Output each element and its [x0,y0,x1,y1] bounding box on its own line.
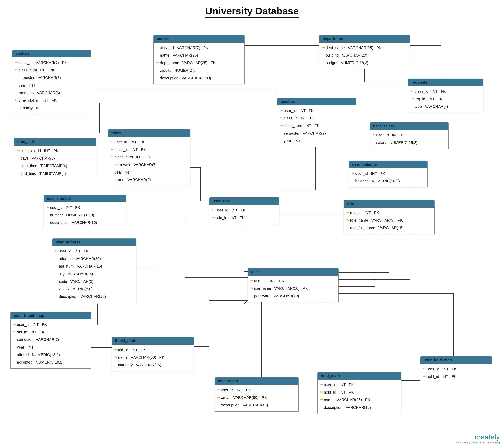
column-type: VARCHAR(25) [65,271,93,277]
entity-course[interactable]: courseclass_idVARCHAR(7)PKnameVARCHAR(25… [153,35,245,84]
link-user_number-user [126,219,248,278]
column-type: NUMERIC(18,2) [337,60,368,66]
foreign-key-icon [212,209,215,212]
column-role-role_name: role_nameVARCHAR(3)PK [344,216,434,224]
column-section-time_slot_id: time_slot_idINTFK [12,97,91,104]
column-department-budget: budgetNUMERIC(18,2) [319,59,410,67]
entity-requisite[interactable]: requisiteclass_idINTFKreq_idINTFKtypeVAR… [408,78,484,113]
column-name: accepted [17,359,33,365]
entity-department[interactable]: departmentdept_nameVARCHAR(25)PKbuilding… [319,35,410,69]
entity-hold_main[interactable]: hold_mainuser_idINTFKhold_idINTPKnameVAR… [317,372,401,414]
entity-section[interactable]: sectionclass_idVARCHAR(7)FKclass_numINTP… [12,50,91,114]
entity-user_email[interactable]: user_emailuser_idINTFKemailVARCHAR(50)PK… [215,377,299,411]
primary-key-icon [250,287,253,290]
column-name: description [50,219,69,226]
entity-user_address[interactable]: user_addressuser_idINTFKaddressVARCHAR(8… [52,238,136,303]
column-name: apt_num [59,263,74,269]
column-user_finaid_map-year: yearINT [11,343,91,351]
column-keytype: PK [371,210,379,216]
foreign-key-icon [13,330,16,334]
entity-user_finaid_map[interactable]: user_finaid_mapuser_idINTFKaid_idINTFKse… [10,312,91,369]
column-type: INT [361,210,371,216]
column-type: VARCHAR(15) [239,402,268,408]
column-name: email [221,394,230,401]
foreign-key-icon [55,250,58,253]
foreign-key-icon [13,323,16,326]
entity-user[interactable]: useruser_idINTPKusernameVARCHAR(16)PKpas… [248,268,339,302]
entity-user_hold_map[interactable]: user_hold_mapuser_idINTFKhold_idINTFK [420,356,492,383]
entity-teaches[interactable]: teachesuser_idINTFKclass_idINTFKclass_nu… [277,98,356,147]
column-takes-semester: semesterVARCHAR(7) [108,161,190,169]
column-type: INT [298,115,307,121]
entity-time_slot[interactable]: time_slottime_slot_idINTPKdaysVARCHAR(8)… [14,138,96,180]
column-course-class_id: class_idVARCHAR(7)PK [154,44,244,52]
column-name: req_id [414,96,425,102]
column-user_address-state: stateVARCHAR(2) [53,278,136,285]
column-finaid_main-name: nameVARCHAR(50)PK [112,354,194,361]
column-type: INT [228,207,237,213]
column-name: number [50,212,63,218]
column-type: NUMERIC(18,2) [369,178,400,184]
link-user_role-user [244,224,248,272]
column-name: building [325,52,339,58]
entity-header: requisite [408,79,483,86]
column-hold_main-hold_id: hold_idINTPK [318,389,401,396]
column-type: INT [33,105,42,111]
foreign-key-icon [217,389,220,392]
column-keytype: FK [435,96,443,102]
column-type: VARCHAR(7) [130,162,157,168]
entity-finaid_main[interactable]: finaid_mainaid_idINTPKnameVARCHAR(50)PKc… [112,337,194,371]
foreign-key-icon [111,140,114,144]
entity-takes[interactable]: takesuser_idINTFKclass_idINTFKclass_numI… [108,129,190,186]
column-hold_main-user_id: user_idINTFK [318,381,401,389]
column-type: INT [389,132,398,138]
column-name: hold_id [427,373,439,380]
column-name: class_id [115,147,128,153]
column-keytype: PK [395,217,403,223]
svg-point-8 [111,141,112,142]
column-keytype: PK [200,45,208,51]
entity-user_balance[interactable]: user_balanceuser_idINTFKbalanceNUMERIC(1… [349,161,428,187]
svg-point-5 [411,91,412,91]
column-user_address-user_id: user_idINTFK [53,247,136,255]
column-type: VARCHAR(15) [375,225,404,231]
entity-header: user_finaid_map [11,312,91,319]
column-name: budget [325,60,337,66]
column-type: NUMERIC(5 [171,67,196,74]
entity-header: user [248,268,339,276]
column-name: user_id [284,108,296,114]
column-user_email-user_id: user_idINTFK [215,386,298,394]
entity-header: finaid_main [112,337,194,345]
foreign-key-icon [111,148,114,151]
column-name: balance [355,178,369,184]
column-name: role_id [216,214,227,221]
svg-point-11 [280,110,281,110]
svg-point-22 [251,280,251,281]
column-name: name [324,397,333,403]
column-type: INT [234,387,243,393]
column-type: VARCHAR(25) [179,60,208,66]
column-finaid_main-category: categoryVARCHAR(15) [112,361,194,369]
foreign-key-icon [280,124,283,127]
column-requisite-class_id: class_idINTFK [408,88,483,95]
column-name: zip [59,286,64,292]
entity-user_number[interactable]: user_numberuser_idINTFKnumberNUMERIC(15,… [44,195,126,229]
entity-user_role[interactable]: user_roleuser_idINTFKrole_idINTFK [209,197,279,224]
entity-header: takes [108,129,190,137]
entity-role[interactable]: rolerole_idINTPKrole_nameVARCHAR(3)PKrol… [343,200,435,234]
svg-point-18 [212,217,213,217]
column-type: INT [336,382,346,388]
entity-user_salary[interactable]: user_salaryuser_idINTFKsalaryNUMERIC(18,… [370,122,449,149]
column-type: INT [302,123,311,129]
svg-point-9 [111,149,112,149]
column-keytype: FK [438,88,446,95]
column-user_email-description: descriptionVARCHAR(15) [215,401,298,409]
column-time_slot-start_time: start_timeTIMESTAMP(4) [14,162,96,170]
column-keytype: FK [208,60,216,66]
foreign-key-icon [280,109,283,112]
column-name: time_slot_id [19,97,39,103]
column-keytype: PK [373,45,381,51]
column-takes-user_id: user_idINTFK [108,138,190,146]
column-type: INT [122,169,131,175]
column-type: VARCHAR(15) [133,362,161,368]
